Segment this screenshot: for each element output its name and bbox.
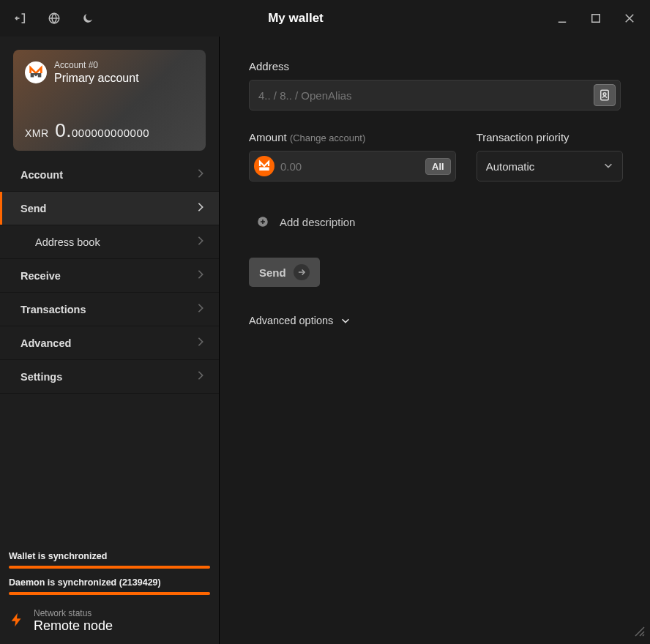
priority-value: Automatic [486, 160, 535, 173]
amount-label: Amount (Change account) [249, 131, 456, 143]
nav-account[interactable]: Account [0, 158, 219, 192]
wallet-sync-label: Wallet is synchronized [9, 551, 210, 561]
chevron-right-icon [197, 168, 204, 181]
window-title: My wallet [53, 11, 539, 26]
chevron-right-icon [197, 202, 204, 214]
add-description-button[interactable]: Add description [256, 215, 621, 228]
nav-send[interactable]: Send [0, 192, 219, 225]
address-input[interactable] [258, 89, 594, 102]
all-button[interactable]: All [425, 158, 451, 175]
address-input-wrap [249, 80, 621, 111]
network-status-label: Network status [34, 608, 113, 618]
address-label: Address [249, 60, 621, 72]
resize-handle-icon[interactable] [634, 626, 646, 640]
chevron-down-icon [603, 160, 613, 173]
network-status[interactable]: Network status Remote node [9, 608, 210, 634]
amount-input[interactable] [280, 160, 419, 173]
advanced-options-toggle[interactable]: Advanced options [249, 315, 621, 326]
chevron-right-icon [197, 370, 204, 383]
minimize-button[interactable] [552, 8, 572, 29]
nav-send-label: Send [20, 203, 46, 214]
monero-logo-icon [25, 61, 47, 83]
wallet-sync-bar [9, 566, 210, 569]
address-book-button[interactable] [594, 84, 616, 106]
nav-address-book[interactable]: Address book [0, 225, 219, 259]
close-button[interactable] [619, 8, 640, 29]
chevron-right-icon [197, 303, 204, 315]
logout-icon[interactable] [10, 8, 31, 29]
chevron-right-icon [197, 337, 204, 349]
account-label: Account #0 [54, 60, 98, 70]
balance-frac: 000000000000 [72, 127, 149, 139]
maximize-button[interactable] [586, 8, 606, 29]
nav-advanced[interactable]: Advanced [0, 326, 219, 360]
nav-settings-label: Settings [20, 371, 62, 383]
nav-receive[interactable]: Receive [0, 259, 219, 293]
amount-label-text: Amount [249, 131, 287, 143]
nav-address-book-label: Address book [35, 236, 100, 248]
chevron-right-icon [197, 269, 204, 282]
balance-ticker: XMR [25, 127, 49, 139]
change-account-link[interactable]: (Change account) [290, 132, 365, 143]
priority-label: Transaction priority [477, 131, 623, 143]
nav-account-label: Account [20, 169, 63, 181]
daemon-sync-bar [9, 592, 210, 595]
arrow-right-icon [294, 264, 310, 280]
chevron-right-icon [197, 236, 204, 248]
priority-select[interactable]: Automatic [477, 151, 623, 181]
account-name: Primary account [54, 72, 139, 85]
add-description-label: Add description [280, 216, 355, 228]
plus-circle-icon [256, 215, 269, 228]
bolt-icon [9, 610, 25, 632]
account-card[interactable]: Account #0 Primary account XMR 0.0000000… [13, 50, 206, 151]
send-button[interactable]: Send [249, 258, 320, 287]
send-button-label: Send [259, 266, 286, 279]
advanced-options-label: Advanced options [249, 315, 333, 326]
chevron-down-icon [340, 315, 351, 326]
svg-rect-1 [592, 15, 600, 23]
nav-receive-label: Receive [20, 270, 61, 282]
daemon-sync-label: Daemon is synchronized (2139429) [9, 577, 210, 588]
svg-point-4 [603, 93, 606, 96]
nav-settings[interactable]: Settings [0, 360, 219, 394]
account-balance: XMR 0.000000000000 [25, 119, 149, 142]
send-panel: Address Amount (Change account) [220, 37, 650, 644]
monero-coin-icon [254, 156, 274, 176]
nav-transactions[interactable]: Transactions [0, 293, 219, 326]
nav-transactions-label: Transactions [20, 304, 86, 315]
network-status-value: Remote node [34, 618, 113, 634]
balance-int: 0. [55, 119, 72, 141]
sidebar: Account #0 Primary account XMR 0.0000000… [0, 37, 220, 644]
nav-advanced-label: Advanced [20, 337, 71, 349]
svg-rect-5 [259, 168, 269, 171]
